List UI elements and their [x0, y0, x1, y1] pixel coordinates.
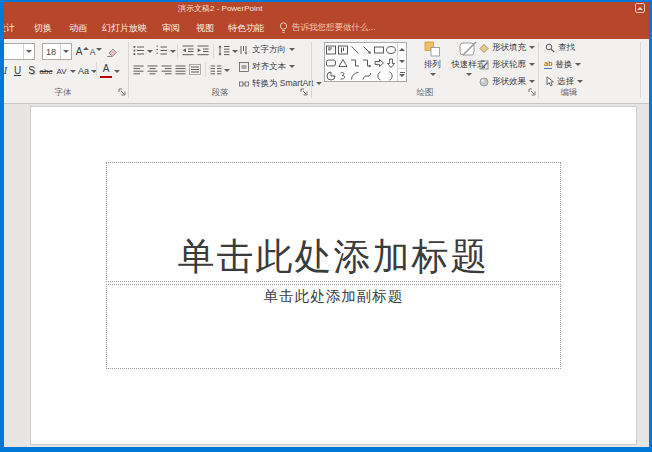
justify-button[interactable] — [174, 62, 187, 77]
chevron-down-icon[interactable] — [232, 50, 238, 53]
gallery-more-button[interactable] — [398, 68, 406, 81]
gallery-scroll-down-button[interactable] — [398, 55, 406, 67]
shape-triangle-icon[interactable] — [338, 58, 348, 68]
line-spacing-icon — [218, 45, 230, 56]
chevron-down-icon[interactable] — [224, 69, 230, 72]
chevron-down-icon — [575, 63, 581, 66]
editing-group-label: 编辑 — [538, 87, 600, 99]
shape-oval-icon[interactable] — [386, 45, 396, 55]
font-size-combobox[interactable]: 18 — [42, 43, 72, 60]
shape-right-brace-icon[interactable] — [386, 71, 396, 81]
italic-button[interactable]: I — [1, 62, 10, 78]
chevron-down-icon[interactable] — [23, 44, 34, 59]
find-button[interactable]: 查找 — [545, 41, 575, 54]
shape-arrow-icon[interactable] — [362, 45, 372, 55]
text-direction-icon — [239, 45, 249, 55]
shape-elbow-arrow-connector-icon[interactable] — [362, 58, 372, 68]
align-center-button[interactable] — [146, 62, 159, 77]
shape-vertical-text-icon[interactable] — [338, 45, 348, 55]
paragraph-group-label: 段落 — [130, 87, 310, 99]
shape-rounded-rectangle-icon[interactable] — [326, 58, 336, 68]
slide-canvas[interactable]: 单击此处添加标题 单击此处添加副标题 — [30, 106, 637, 445]
chevron-down-icon[interactable] — [170, 50, 176, 53]
paragraph-dialog-launcher-icon[interactable] — [300, 88, 309, 97]
font-name-combobox[interactable] — [0, 43, 35, 60]
tell-me-box[interactable]: 告诉我您想要做什么... — [279, 17, 376, 39]
change-case-button[interactable]: Aa — [77, 62, 90, 78]
align-left-icon — [133, 65, 144, 75]
chevron-down-icon[interactable] — [70, 70, 76, 73]
chevron-down-icon — [466, 73, 472, 76]
strikethrough-button[interactable]: abc — [38, 62, 54, 78]
shape-outline-button[interactable]: 形状轮廓 — [479, 58, 535, 71]
tab-special-features[interactable]: 特色功能 — [228, 17, 264, 39]
chevron-down-icon — [577, 80, 583, 83]
distribute-text-icon — [189, 64, 201, 75]
group-separator — [128, 42, 129, 98]
shape-fill-icon — [479, 43, 489, 53]
text-shadow-button[interactable]: S — [26, 62, 37, 78]
decrease-indent-button[interactable] — [181, 43, 195, 58]
shape-left-brace-icon[interactable] — [374, 71, 384, 81]
font-group-label: 字体 — [0, 87, 126, 99]
chevron-down-icon[interactable] — [147, 50, 153, 53]
clear-formatting-button[interactable] — [105, 44, 119, 59]
font-dialog-launcher-icon[interactable] — [118, 88, 127, 97]
grow-font-button[interactable]: A — [76, 44, 89, 59]
shrink-font-button[interactable]: A — [90, 45, 102, 59]
quick-styles-icon — [459, 41, 478, 57]
eraser-icon — [106, 46, 118, 58]
distribute-text-button[interactable] — [188, 62, 202, 77]
group-separator — [640, 42, 641, 98]
shape-curve-icon[interactable] — [362, 71, 372, 81]
gallery-scroll-up-button[interactable] — [398, 43, 406, 55]
align-right-button[interactable] — [160, 62, 173, 77]
shape-pie-icon[interactable] — [326, 71, 336, 81]
tab-slide-show[interactable]: 幻灯片放映 — [102, 17, 147, 39]
replace-button[interactable]: ab 替换 — [544, 58, 581, 71]
align-text-button[interactable]: 对齐文本 — [239, 60, 295, 73]
drawing-dialog-launcher-icon[interactable] — [528, 88, 537, 97]
grow-arrow-icon — [83, 47, 89, 50]
shape-down-arrow-icon[interactable] — [386, 58, 396, 68]
shape-slide-placeholder-icon[interactable] — [326, 45, 336, 55]
title-bar: 演示文稿2 - PowerPoint — [0, 0, 652, 17]
chevron-down-icon — [399, 74, 405, 77]
align-right-icon — [161, 65, 172, 75]
arrange-icon — [424, 41, 441, 57]
bullets-button[interactable] — [132, 43, 146, 58]
title-placeholder-text: 单击此处添加标题 — [178, 237, 490, 281]
decrease-indent-icon — [182, 45, 194, 56]
line-spacing-button[interactable] — [217, 43, 231, 58]
shape-elbow-connector-icon[interactable] — [350, 58, 360, 68]
tab-view[interactable]: 视图 — [196, 17, 214, 39]
shape-freeform-icon[interactable] — [338, 71, 348, 81]
shape-fill-button[interactable]: 形状填充 — [479, 41, 535, 54]
tab-transitions[interactable]: 切换 — [34, 17, 52, 39]
bullet-list-icon — [133, 45, 145, 56]
chevron-down-icon — [529, 46, 535, 49]
chevron-down-icon[interactable] — [114, 70, 120, 73]
align-left-button[interactable] — [132, 62, 145, 77]
shape-rectangle-icon[interactable] — [374, 45, 384, 55]
shape-line-icon[interactable] — [350, 45, 360, 55]
shape-arc-icon[interactable] — [350, 71, 360, 81]
underline-button[interactable]: U — [12, 62, 23, 78]
tab-review[interactable]: 审阅 — [162, 17, 180, 39]
powerpoint-window: 演示文稿2 - PowerPoint 设计 切换 动画 幻灯片放映 审阅 视图 … — [0, 0, 652, 452]
tab-animations[interactable]: 动画 — [69, 17, 87, 39]
subtitle-placeholder[interactable]: 单击此处添加副标题 — [106, 284, 561, 369]
columns-button[interactable] — [209, 62, 223, 77]
shape-right-arrow-icon[interactable] — [374, 58, 384, 68]
chevron-down-icon[interactable] — [60, 44, 71, 59]
font-color-button[interactable]: A — [100, 63, 112, 78]
text-direction-button[interactable]: 文字方向 — [239, 43, 295, 56]
numbering-button[interactable] — [155, 43, 169, 58]
ribbon-display-options-icon[interactable] — [635, 3, 645, 13]
character-spacing-button[interactable]: AV — [55, 62, 68, 78]
title-placeholder[interactable]: 单击此处添加标题 — [106, 162, 561, 282]
tab-design[interactable]: 设计 — [0, 17, 15, 39]
increase-indent-button[interactable] — [196, 43, 210, 58]
increase-indent-icon — [197, 45, 209, 56]
shape-effects-icon — [479, 77, 489, 87]
